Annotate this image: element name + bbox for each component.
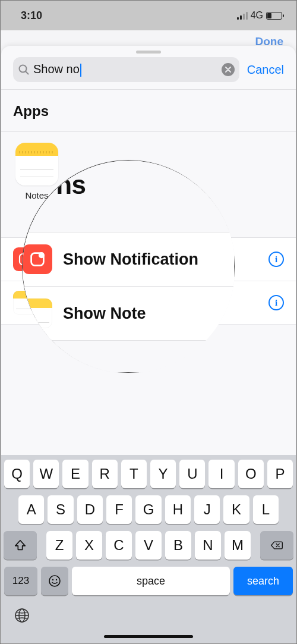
- key-u[interactable]: U: [179, 460, 205, 488]
- globe-key[interactable]: [14, 607, 30, 628]
- search-sheet: Show no Cancel Apps Notes: [1, 46, 296, 643]
- key-c[interactable]: C: [106, 531, 132, 560]
- key-g[interactable]: G: [135, 495, 161, 524]
- key-y[interactable]: Y: [150, 460, 176, 488]
- key-s[interactable]: S: [48, 495, 73, 524]
- svg-line-1: [26, 71, 28, 74]
- key-e[interactable]: E: [62, 460, 88, 488]
- cancel-button[interactable]: Cancel: [247, 63, 284, 77]
- shift-icon: [14, 539, 27, 552]
- svg-point-4: [49, 576, 60, 586]
- cellular-signal-icon: [237, 12, 248, 20]
- home-indicator[interactable]: [104, 635, 193, 638]
- svg-point-3: [26, 253, 31, 258]
- key-n[interactable]: N: [195, 531, 221, 560]
- action-label: Show Notification: [46, 253, 259, 266]
- x-icon: [225, 67, 231, 73]
- apps-section-header: Apps: [1, 90, 296, 131]
- app-label: Notes: [13, 190, 61, 200]
- sheet-grabber[interactable]: [136, 51, 161, 54]
- key-p[interactable]: P: [267, 460, 293, 488]
- search-key[interactable]: search: [233, 567, 293, 595]
- emoji-icon: [48, 574, 62, 588]
- numbers-key[interactable]: 123: [4, 567, 37, 595]
- key-d[interactable]: D: [77, 495, 103, 524]
- search-field[interactable]: Show no: [13, 57, 239, 82]
- key-t[interactable]: T: [121, 460, 147, 488]
- backspace-icon: [270, 539, 283, 552]
- status-indicators: 4G: [237, 10, 282, 21]
- search-icon: [18, 64, 30, 76]
- key-x[interactable]: X: [76, 531, 102, 560]
- svg-point-5: [52, 579, 53, 580]
- status-bar: 3:10 4G: [1, 1, 296, 30]
- key-b[interactable]: B: [165, 531, 191, 560]
- key-w[interactable]: W: [33, 460, 59, 488]
- key-a[interactable]: A: [18, 495, 44, 524]
- clear-search-button[interactable]: [222, 63, 235, 76]
- notes-icon: [13, 291, 37, 315]
- key-l[interactable]: L: [253, 495, 279, 524]
- search-input-text[interactable]: Show no: [33, 62, 80, 76]
- status-time: 3:10: [21, 10, 42, 22]
- app-notes[interactable]: Notes: [13, 143, 61, 200]
- action-show-note[interactable]: Show Note i: [1, 281, 296, 325]
- backspace-key[interactable]: [260, 531, 293, 560]
- info-button[interactable]: i: [268, 252, 284, 267]
- keyboard: QWERTYUIOP ASDFGHJKL ZXCVBNM 123 space s…: [1, 455, 296, 643]
- emoji-key[interactable]: [41, 567, 68, 595]
- notes-app-icon: [15, 143, 58, 186]
- battery-icon: [266, 12, 282, 20]
- shift-key[interactable]: [4, 531, 37, 560]
- key-q[interactable]: Q: [4, 460, 30, 488]
- key-f[interactable]: F: [106, 495, 132, 524]
- key-h[interactable]: H: [165, 495, 191, 524]
- key-r[interactable]: R: [92, 460, 118, 488]
- info-button[interactable]: i: [268, 295, 284, 310]
- notification-icon: [13, 247, 37, 271]
- key-k[interactable]: K: [223, 495, 249, 524]
- network-type: 4G: [251, 10, 263, 21]
- svg-point-6: [56, 579, 57, 580]
- space-key[interactable]: space: [72, 567, 230, 595]
- key-j[interactable]: J: [194, 495, 220, 524]
- globe-icon: [14, 607, 30, 624]
- text-cursor: [80, 64, 81, 77]
- key-o[interactable]: O: [238, 460, 264, 488]
- action-show-notification[interactable]: Show Notification i: [1, 238, 296, 281]
- action-label: Show Note: [46, 296, 259, 310]
- key-z[interactable]: Z: [46, 531, 72, 560]
- key-v[interactable]: V: [135, 531, 162, 560]
- key-m[interactable]: M: [225, 531, 251, 560]
- key-i[interactable]: I: [208, 460, 234, 488]
